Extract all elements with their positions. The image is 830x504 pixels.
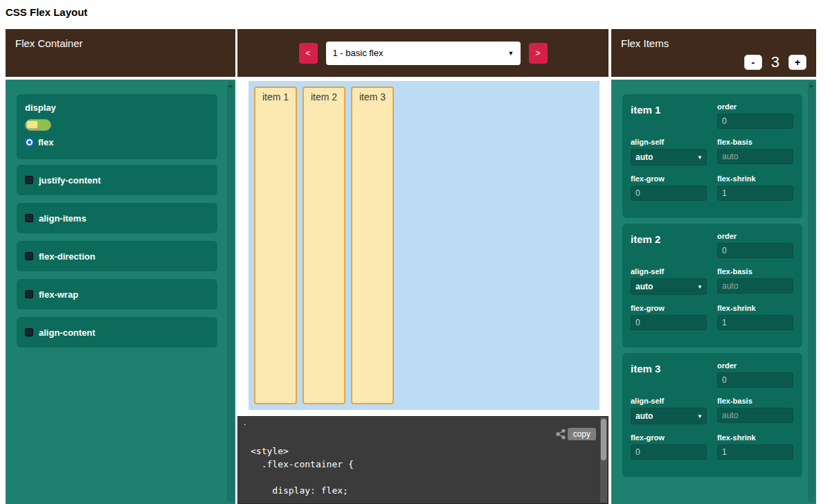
flex-grow-input-3[interactable] (631, 444, 707, 460)
flex-wrap-label: flex-wrap (39, 289, 78, 300)
flex-wrap-checkbox[interactable] (25, 290, 33, 298)
display-toggle[interactable] (25, 119, 51, 131)
flex-grow-label: flex-grow (631, 174, 707, 183)
toggle-knob-icon (26, 120, 38, 129)
align-items-checkbox[interactable] (25, 214, 33, 222)
flex-container-title: Flex Container (15, 37, 83, 49)
flex-container-header: Flex Container (6, 29, 235, 77)
display-label: display (25, 102, 56, 113)
flex-grow-group-3: flex-grow (631, 433, 707, 460)
flex-shrink-group-1: flex-shrink (717, 174, 793, 201)
item-count-controls: - 3 + (744, 53, 806, 71)
flex-basis-label: flex-basis (717, 138, 793, 146)
align-self-select-wrap: auto ▼ (631, 408, 707, 424)
flex-grow-group-2: flex-grow (631, 304, 707, 330)
order-input-2[interactable] (717, 243, 793, 258)
item-count: 3 (771, 53, 779, 71)
code-scroll-thumb[interactable] (601, 419, 606, 460)
flex-shrink-input-2[interactable] (717, 315, 793, 330)
flex-shrink-group-3: flex-shrink (717, 433, 793, 460)
flex-basis-input-1[interactable] (717, 149, 793, 164)
align-self-label: align-self (631, 397, 707, 405)
flex-container-body: display flex justify-content align-items… (6, 80, 235, 504)
justify-content-checkbox[interactable] (25, 176, 33, 184)
flex-shrink-label: flex-shrink (717, 174, 793, 183)
scroll-up-icon[interactable]: ▲ (227, 81, 234, 88)
page-title: CSS Flex Layout (6, 6, 87, 18)
align-content-checkbox[interactable] (25, 328, 33, 336)
order-label: order (717, 102, 793, 111)
flex-radio-label: flex (38, 137, 53, 147)
example-select[interactable]: 1 - basic flex (326, 42, 521, 65)
order-label: order (717, 232, 793, 240)
item-card-1: item 1 order align-self auto ▼ flex-grow (622, 94, 802, 218)
preview-column: < 1 - basic flex ▼ > item 1 item 2 item … (237, 29, 608, 504)
property-card-flex-wrap: flex-wrap (17, 279, 217, 309)
right-panel-scrollbar[interactable]: ▲ (808, 81, 815, 503)
flex-basis-label: flex-basis (717, 397, 793, 405)
align-self-select-1[interactable]: auto (631, 149, 707, 165)
flex-shrink-label: flex-shrink (717, 304, 793, 312)
align-self-select-2[interactable]: auto (631, 278, 707, 295)
item-card-title-2: item 2 (631, 232, 707, 258)
code-corner-dot: . (244, 417, 246, 427)
prev-example-button[interactable]: < (299, 43, 318, 64)
align-self-select-wrap: auto ▼ (631, 278, 707, 295)
flex-preview-container: item 1 item 2 item 3 (249, 81, 599, 410)
flex-basis-group-1: flex-basis (717, 138, 793, 165)
flex-grow-label: flex-grow (631, 433, 707, 442)
align-self-group-1: align-self auto ▼ (631, 138, 707, 165)
align-items-label: align-items (39, 213, 87, 224)
remove-item-button[interactable]: - (744, 55, 762, 70)
flex-direction-checkbox[interactable] (25, 252, 33, 260)
flex-basis-group-2: flex-basis (717, 267, 793, 295)
flex-basis-input-2[interactable] (717, 278, 793, 294)
order-group-2: order (717, 232, 793, 258)
copy-button[interactable]: copy (568, 428, 596, 440)
flex-items-header: Flex Items - 3 + (611, 29, 816, 77)
align-self-select-wrap: auto ▼ (631, 149, 707, 165)
order-input-3[interactable] (717, 372, 793, 388)
flex-items-panel: Flex Items - 3 + item 1 order align-self… (611, 29, 816, 504)
flex-direction-label: flex-direction (39, 251, 96, 262)
flex-grow-input-1[interactable] (631, 186, 707, 201)
property-card-justify-content: justify-content (17, 165, 217, 195)
flex-radio[interactable] (25, 138, 34, 147)
example-select-wrap: 1 - basic flex ▼ (326, 42, 521, 65)
next-example-button[interactable]: > (529, 43, 548, 64)
item-card-title-3: item 3 (631, 361, 707, 388)
flex-basis-input-3[interactable] (717, 408, 793, 423)
code-editor: . copy <style> .flex-container { display… (237, 416, 608, 504)
flex-grow-label: flex-grow (631, 304, 707, 312)
property-card-align-items: align-items (17, 203, 217, 233)
flex-shrink-input-1[interactable] (717, 186, 793, 201)
align-self-label: align-self (631, 267, 707, 276)
property-card-flex-direction: flex-direction (17, 241, 217, 271)
align-content-label: align-content (39, 327, 96, 338)
example-nav-bar: < 1 - basic flex ▼ > (237, 29, 608, 77)
code-content: <style> .flex-container { display: flex; (251, 444, 354, 497)
preview-item-3: item 3 (351, 87, 394, 404)
item-card-3: item 3 order align-self auto ▼ flex-grow (622, 353, 802, 477)
item-card-title-1: item 1 (631, 102, 707, 129)
flex-grow-input-2[interactable] (631, 315, 707, 330)
display-card: display flex (17, 94, 217, 159)
flex-container-panel: Flex Container display flex justify-cont… (6, 29, 235, 504)
share-icon[interactable] (555, 429, 566, 440)
order-label: order (717, 361, 793, 370)
scroll-up-icon[interactable]: ▲ (808, 81, 815, 88)
flex-items-body: item 1 order align-self auto ▼ flex-grow (611, 80, 816, 504)
flex-basis-label: flex-basis (717, 267, 793, 276)
code-scrollbar[interactable] (600, 417, 607, 503)
order-group-3: order (717, 361, 793, 388)
preview-item-1: item 1 (254, 87, 297, 404)
order-input-1[interactable] (717, 114, 793, 129)
item-card-2: item 2 order align-self auto ▼ flex-grow (622, 224, 802, 348)
add-item-button[interactable]: + (788, 55, 806, 70)
justify-content-label: justify-content (39, 175, 101, 186)
property-card-align-content: align-content (17, 317, 217, 348)
left-panel-scrollbar[interactable]: ▲ (227, 81, 234, 503)
flex-shrink-input-3[interactable] (717, 444, 793, 460)
flex-basis-group-3: flex-basis (717, 397, 793, 424)
align-self-select-3[interactable]: auto (631, 408, 707, 424)
